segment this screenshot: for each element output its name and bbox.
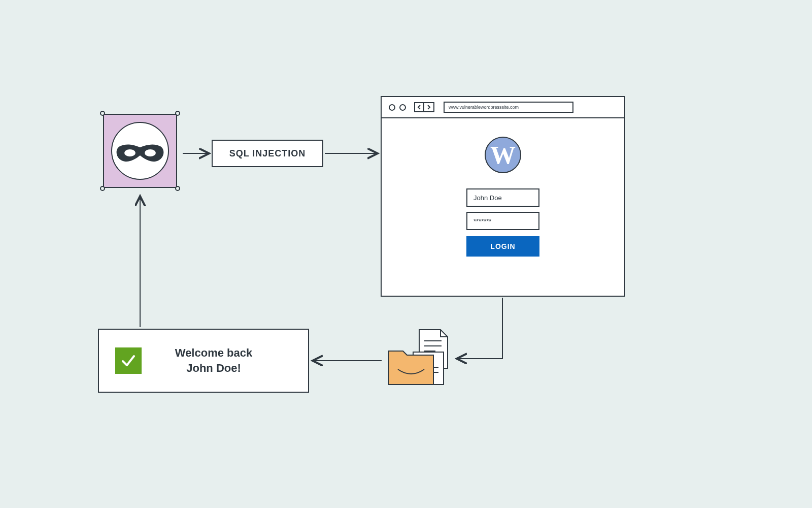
forward-button-icon <box>424 102 434 112</box>
welcome-line2: John Doe! <box>186 362 241 374</box>
login-button: LOGIN <box>466 236 539 257</box>
sql-injection-label-box: SQL INJECTION <box>212 140 323 167</box>
username-field: John Doe <box>466 188 539 207</box>
window-control-icon <box>399 104 406 111</box>
url-text: www.vulnerablewordpresssite.com <box>449 105 519 110</box>
login-label: LOGIN <box>490 242 515 250</box>
diagram-stage: SQL INJECTION www.vulnerablewordpresssit… <box>0 0 812 508</box>
nav-buttons <box>414 102 434 112</box>
login-form: W John Doe ******* LOGIN <box>382 118 624 257</box>
address-bar: www.vulnerablewordpresssite.com <box>444 102 573 113</box>
svg-point-1 <box>145 149 156 156</box>
hacker-mask-icon <box>116 144 164 163</box>
back-button-icon <box>414 102 424 112</box>
resize-handle-icon <box>175 111 180 116</box>
welcome-text: Welcome back John Doe! <box>156 345 292 375</box>
username-value: John Doe <box>473 194 502 202</box>
wp-letter: W <box>490 140 516 170</box>
password-field: ******* <box>466 212 539 230</box>
svg-point-0 <box>124 149 136 156</box>
resize-handle-icon <box>100 186 105 191</box>
success-check-icon <box>115 347 142 374</box>
sql-injection-label: SQL INJECTION <box>229 148 306 159</box>
database-files-icon <box>386 328 452 389</box>
resize-handle-icon <box>100 111 105 116</box>
browser-toolbar: www.vulnerablewordpresssite.com <box>382 97 624 118</box>
browser-window: www.vulnerablewordpresssite.com W John D… <box>381 96 625 297</box>
welcome-line1: Welcome back <box>175 346 252 359</box>
welcome-message-box: Welcome back John Doe! <box>98 329 309 393</box>
password-value: ******* <box>473 217 491 225</box>
resize-handle-icon <box>175 186 180 191</box>
hacker-face-icon <box>111 122 169 180</box>
hacker-node <box>99 110 181 192</box>
window-control-icon <box>389 104 395 111</box>
wordpress-logo-icon: W <box>485 137 521 173</box>
